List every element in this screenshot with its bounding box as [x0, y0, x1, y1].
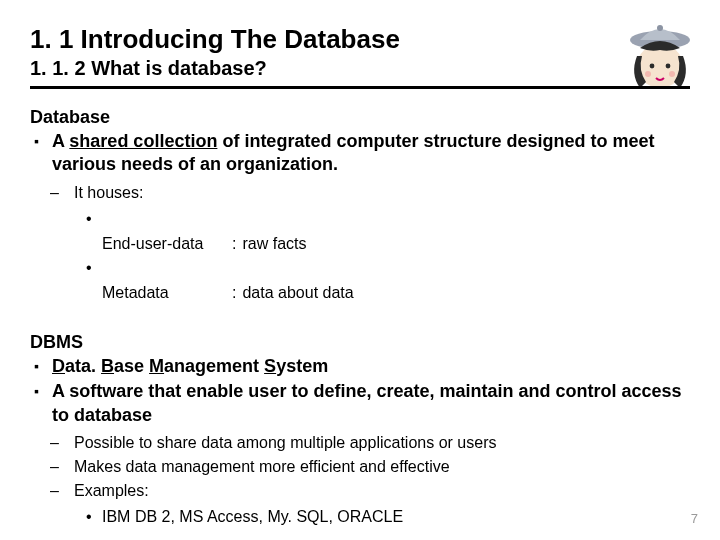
section-heading-database: Database	[30, 107, 690, 128]
title-divider	[30, 86, 690, 89]
dbms-sub-line: Possible to share data among multiple ap…	[74, 431, 690, 455]
dbms-sublist: Possible to share data among multiple ap…	[30, 431, 690, 503]
houses-key: End-user-data	[102, 232, 232, 257]
dbms-examples: IBM DB 2, MS Access, My. SQL, ORACLE	[102, 505, 690, 530]
title-block: 1. 1 Introducing The Database 1. 1. 2 Wh…	[30, 24, 690, 89]
database-bullets: A shared collection of integrated comput…	[30, 130, 690, 177]
page-number: 7	[691, 511, 698, 526]
page-subtitle: 1. 1. 2 What is database?	[30, 57, 690, 80]
dbms-sub-line: Examples:	[74, 479, 690, 503]
houses-item: End-user-data : raw facts	[102, 207, 690, 257]
section-heading-dbms: DBMS	[30, 332, 690, 353]
houses-val: raw facts	[242, 232, 306, 257]
database-sublist: It houses:	[30, 181, 690, 205]
dbms-examples-list: IBM DB 2, MS Access, My. SQL, ORACLE	[30, 505, 690, 530]
page-title: 1. 1 Introducing The Database	[30, 24, 690, 55]
dbms-definition: A software that enable user to define, c…	[52, 380, 690, 427]
houses-item: Metadata : data about data	[102, 256, 690, 306]
slide: 1. 1 Introducing The Database 1. 1. 2 Wh…	[0, 0, 720, 530]
dbms-expansion: Data. Base Management System	[52, 355, 690, 378]
houses-val: data about data	[242, 281, 353, 306]
dbms-bullets: Data. Base Management System A software …	[30, 355, 690, 427]
houses-sep: :	[232, 281, 236, 306]
houses-sep: :	[232, 232, 236, 257]
houses-items: End-user-data : raw facts Metadata : dat…	[30, 207, 690, 306]
it-houses-label: It houses:	[74, 181, 690, 205]
database-definition: A shared collection of integrated comput…	[52, 130, 690, 177]
houses-key: Metadata	[102, 281, 232, 306]
dbms-sub-line: Makes data management more efficient and…	[74, 455, 690, 479]
